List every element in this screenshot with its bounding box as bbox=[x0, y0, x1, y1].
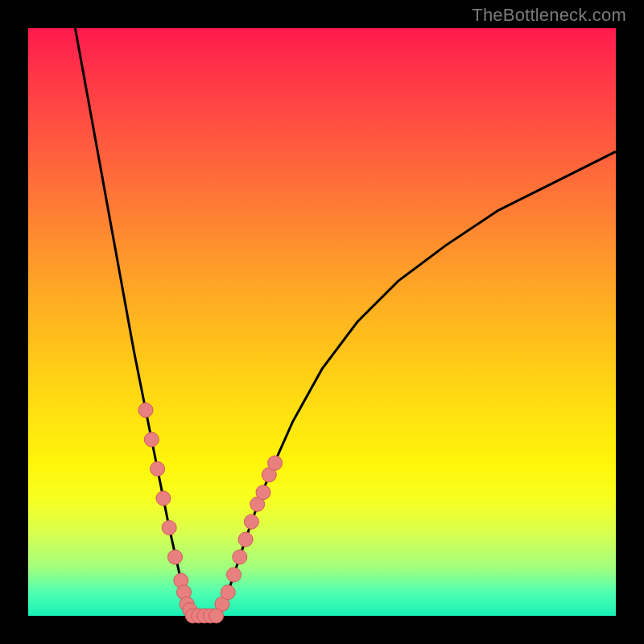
chart-svg bbox=[28, 28, 616, 616]
marker-dot bbox=[144, 432, 159, 447]
watermark-text: TheBottleneck.com bbox=[472, 5, 626, 26]
marker-dot bbox=[162, 521, 176, 535]
marker-dot bbox=[238, 532, 253, 547]
marker-dot bbox=[256, 485, 270, 500]
marker-dot bbox=[244, 514, 258, 529]
curve-group bbox=[75, 28, 616, 616]
marker-dot bbox=[221, 585, 235, 600]
marker-dot bbox=[209, 609, 224, 623]
curve-right-curve bbox=[217, 151, 616, 616]
marker-dot bbox=[227, 568, 242, 582]
marker-dot bbox=[268, 456, 283, 470]
marker-dot bbox=[233, 550, 247, 564]
marker-group bbox=[138, 403, 283, 624]
marker-dot bbox=[156, 491, 171, 506]
chart-plot-area bbox=[28, 28, 616, 616]
marker-dot bbox=[151, 462, 165, 477]
marker-dot bbox=[168, 550, 183, 564]
marker-dot bbox=[138, 403, 153, 418]
